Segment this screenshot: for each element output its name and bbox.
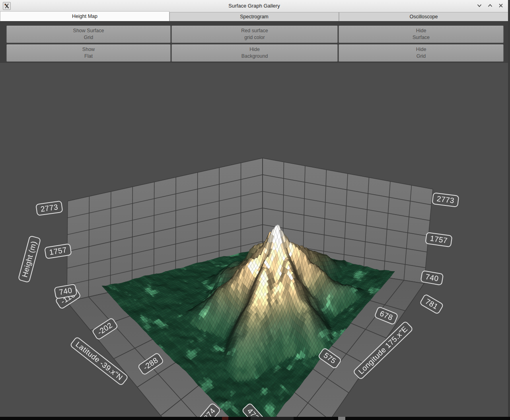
show-flat-button[interactable]: Show Flat: [6, 44, 171, 62]
red-surface-grid-color-button[interactable]: Red surface grid color: [171, 25, 338, 43]
chevron-down-icon: [477, 3, 482, 8]
tab-bar: Height Map Spectrogram Oscilloscope: [0, 11, 508, 21]
chevron-up-icon: [487, 3, 493, 8]
close-icon: [498, 3, 504, 8]
hide-background-button[interactable]: Hide Background: [171, 44, 338, 62]
window-controls: [476, 0, 504, 11]
tab-spectrogram[interactable]: Spectrogram: [169, 12, 339, 21]
controls-panel: Show Surface Grid Red surface grid color…: [0, 21, 510, 63]
show-surface-grid-button[interactable]: Show Surface Grid: [6, 25, 171, 43]
tab-oscilloscope[interactable]: Oscilloscope: [339, 12, 508, 21]
desktop-edge-strip: [508, 0, 510, 417]
app-icon: [3, 2, 11, 10]
taskbar-strip: [0, 417, 510, 420]
taskbar-fragment: [222, 417, 228, 420]
hide-grid-button[interactable]: Hide Grid: [339, 44, 504, 62]
application-window: -116-202-288374781678575472Latitude -39.…: [0, 0, 510, 420]
window-title: Surface Graph Gallery: [0, 3, 508, 9]
titlebar[interactable]: Surface Graph Gallery: [0, 0, 508, 12]
taskbar-fragment: [338, 417, 345, 420]
minimize-button[interactable]: [476, 2, 483, 9]
close-button[interactable]: [497, 2, 504, 9]
x11-icon: [4, 3, 10, 9]
tab-height-map[interactable]: Height Map: [0, 11, 169, 21]
taskbar-fragment: [251, 417, 294, 420]
button-grid: Show Surface Grid Red surface grid color…: [6, 25, 504, 62]
hide-surface-button[interactable]: Hide Surface: [339, 25, 504, 43]
maximize-button[interactable]: [487, 2, 494, 9]
surface-plot-canvas[interactable]: [0, 0, 510, 420]
